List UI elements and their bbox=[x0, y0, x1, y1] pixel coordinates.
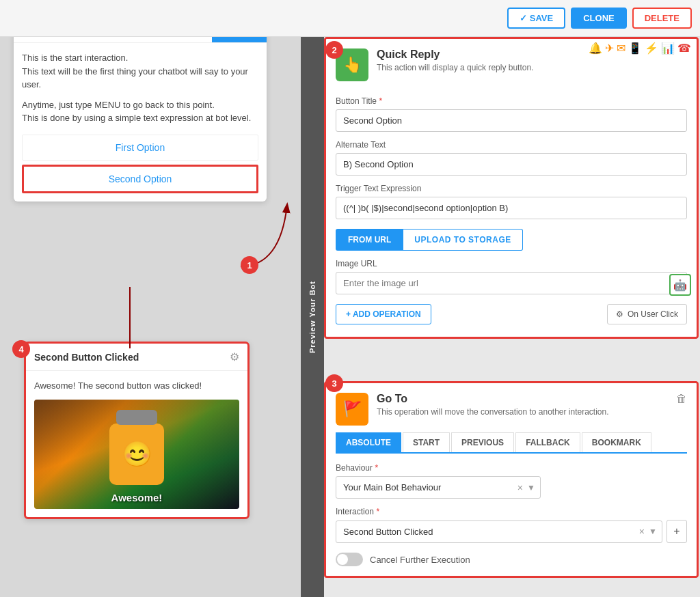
badge-4: 4 bbox=[12, 340, 30, 358]
image-caption: Awesome! bbox=[34, 492, 239, 503]
chatbot-card: Start Interaction ⚙ Session 100% This is… bbox=[14, 14, 267, 202]
interaction-select[interactable]: Second Button Clicked bbox=[336, 520, 662, 543]
save-button[interactable]: ✓ SAVE bbox=[507, 8, 565, 29]
cancel-execution-toggle[interactable] bbox=[336, 553, 363, 566]
behaviour-select[interactable]: Your Main Bot Behaviour bbox=[336, 476, 541, 499]
upload-storage-button[interactable]: UPLOAD TO STORAGE bbox=[403, 229, 522, 251]
delete-goto-button[interactable]: 🗑 bbox=[676, 393, 687, 405]
goto-icon-box: 🚩 bbox=[336, 393, 368, 426]
preview-label: Preview Your Bot bbox=[308, 281, 317, 353]
second-option-button[interactable]: Second Option bbox=[22, 165, 258, 193]
cancel-execution-label: Cancel Further Execution bbox=[370, 555, 470, 565]
start-text: This is the start interaction.This text … bbox=[22, 51, 258, 92]
clicked-image: 😊 Awesome! bbox=[34, 400, 239, 509]
clicked-card-title: Second Button Clicked bbox=[34, 352, 139, 363]
goto-section: 🚩 Go To This operation will move the con… bbox=[324, 381, 699, 578]
delete-button[interactable]: DELETE bbox=[632, 8, 692, 29]
goto-icon: 🚩 bbox=[343, 400, 362, 418]
badge-2: 2 bbox=[325, 41, 343, 59]
left-panel: Start Interaction ⚙ Session 100% This is… bbox=[0, 0, 301, 597]
btn-title-input[interactable] bbox=[336, 109, 687, 132]
robot-icon[interactable]: 🤖 bbox=[669, 274, 691, 296]
alt-text-label: Alternate Text bbox=[336, 140, 687, 150]
interaction-row: Second Button Clicked × ▼ + bbox=[336, 520, 687, 543]
tab-start[interactable]: START bbox=[403, 432, 450, 452]
quick-reply-section: 🔔 ✈ ✉ 📱 ⚡ 📊 ☎ 👆 Quick Reply This action … bbox=[324, 37, 699, 339]
clone-button[interactable]: CLONE bbox=[571, 8, 627, 29]
image-url-input[interactable] bbox=[336, 272, 687, 294]
tab-bookmark[interactable]: BOOKMARK bbox=[582, 432, 651, 452]
top-bar: ✓ SAVE CLONE DELETE bbox=[0, 0, 700, 37]
badge-1: 1 bbox=[241, 256, 258, 274]
goto-body: ABSOLUTE START PREVIOUS FALLBACK BOOKMAR… bbox=[326, 432, 697, 576]
tab-fallback[interactable]: FALLBACK bbox=[515, 432, 580, 452]
quick-reply-icon: 👆 bbox=[343, 56, 362, 74]
qr-header: 👆 Quick Reply This action will display a… bbox=[326, 39, 697, 88]
btn-title-label: Button Title * bbox=[336, 96, 687, 106]
interaction-clear-icon[interactable]: × bbox=[639, 526, 645, 537]
add-operation-button[interactable]: + ADD OPERATION bbox=[336, 304, 431, 324]
first-option-button[interactable]: First Option bbox=[22, 135, 258, 161]
qr-body: Button Title * Alternate Text Trigger Te… bbox=[326, 96, 697, 337]
interaction-label: Interaction * bbox=[336, 507, 687, 516]
tab-absolute[interactable]: ABSOLUTE bbox=[336, 432, 401, 452]
user-click-icon: ⚙ bbox=[616, 309, 623, 319]
alt-text-input[interactable] bbox=[336, 153, 687, 176]
behaviour-select-wrapper: Your Main Bot Behaviour × ▼ bbox=[336, 476, 541, 499]
goto-subtitle: This operation will move the conversatio… bbox=[377, 407, 609, 417]
goto-title: Go To bbox=[377, 393, 609, 405]
behaviour-label: Behaviour * bbox=[336, 463, 687, 473]
qr-subtitle: This action will display a quick reply b… bbox=[377, 63, 533, 72]
trigger-label: Trigger Text Expression bbox=[336, 184, 687, 193]
clicked-text: Awesome! The second button was clicked! bbox=[34, 379, 239, 393]
toggle-row: Cancel Further Execution bbox=[336, 553, 687, 566]
interaction-select-wrapper: Second Button Clicked × ▼ bbox=[336, 520, 662, 543]
image-url-label: Image URL bbox=[336, 259, 687, 268]
behaviour-arrow-icon: ▼ bbox=[527, 483, 535, 492]
trigger-input[interactable] bbox=[336, 197, 687, 219]
on-user-click-button[interactable]: ⚙ On User Click bbox=[607, 304, 687, 324]
clicked-card: Second Button Clicked ⚙ Awesome! The sec… bbox=[24, 342, 250, 519]
badge-3: 3 bbox=[325, 374, 343, 392]
menu-text: Anytime, just type MENU to go back to th… bbox=[22, 98, 258, 125]
interaction-arrow-icon: ▼ bbox=[649, 527, 657, 536]
qr-title: Quick Reply bbox=[377, 48, 533, 61]
preview-sidebar: Preview Your Bot bbox=[301, 37, 324, 597]
goto-header: 🚩 Go To This operation will move the con… bbox=[326, 383, 697, 432]
clicked-card-gear-icon[interactable]: ⚙ bbox=[230, 350, 239, 363]
tab-row: ABSOLUTE START PREVIOUS FALLBACK BOOKMAR… bbox=[336, 432, 687, 454]
behaviour-clear-icon[interactable]: × bbox=[517, 482, 523, 493]
interaction-add-button[interactable]: + bbox=[667, 520, 687, 543]
tab-previous[interactable]: PREVIOUS bbox=[451, 432, 514, 452]
clicked-card-header: Second Button Clicked ⚙ bbox=[26, 344, 247, 371]
from-url-button[interactable]: FROM URL bbox=[336, 229, 403, 251]
